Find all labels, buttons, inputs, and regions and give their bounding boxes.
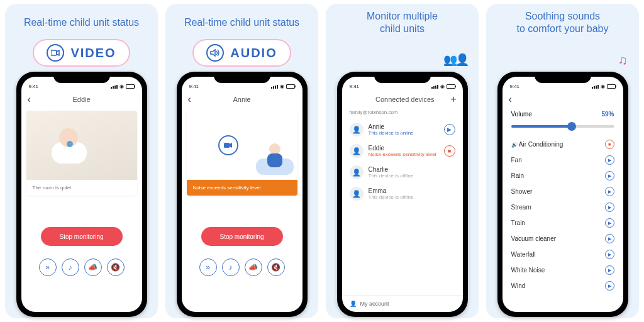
status-time: 9:41 — [29, 84, 39, 89]
svg-rect-1 — [224, 143, 230, 148]
device-row[interactable]: 👤CharlieThis device is offline — [342, 162, 463, 183]
play-icon[interactable]: ▶ — [605, 265, 614, 275]
stop-monitoring-button[interactable]: Stop monitoring — [201, 227, 283, 246]
status-time: 9:41 — [189, 84, 199, 89]
camera-icon — [47, 44, 64, 62]
audio-preview[interactable]: Noise exceeds sensitivity level — [187, 111, 297, 196]
avatar-icon: 👤 — [350, 165, 364, 179]
device-status: This device is offline — [369, 173, 455, 179]
promo-panel-devices: Monitor multiple child units 👥👤 9:41◉ Co… — [326, 4, 479, 318]
panel-title: Monitor multiple child units — [367, 10, 438, 35]
sound-row[interactable]: Stream▶ — [502, 199, 623, 215]
signal-icon — [111, 85, 118, 89]
sound-row[interactable]: White Noise▶ — [502, 262, 623, 278]
sound-name: Fan — [511, 157, 522, 164]
promo-panel-video: Real-time child unit status VIDEO 9:41 ◉… — [5, 4, 158, 318]
mute-icon[interactable]: 🔇 — [267, 258, 285, 276]
sound-name: Shower — [511, 188, 533, 195]
device-row[interactable]: 👤EddieNoise exceeds sensitivity level■ — [342, 140, 463, 162]
play-icon[interactable]: ▶ — [605, 281, 614, 291]
sound-row[interactable]: Air Conditioning■ — [502, 136, 623, 152]
device-name: Charlie — [369, 166, 455, 173]
promo-panel-audio: Real-time child unit status AUDIO 9:41 ◉… — [165, 4, 318, 318]
person-icon: 👤 — [350, 301, 357, 307]
device-name: Annie — [369, 123, 439, 130]
speaker-icon — [206, 44, 224, 62]
music-notes-icon: ♫ — [618, 53, 628, 67]
music-note-icon[interactable]: ♪ — [62, 258, 79, 276]
play-icon[interactable]: ▶ — [444, 124, 455, 135]
back-button[interactable]: ‹ — [188, 94, 199, 105]
mute-icon[interactable]: 🔇 — [107, 258, 125, 276]
sound-name: Air Conditioning — [511, 141, 564, 148]
sound-name: Rain — [511, 172, 525, 179]
sound-name: Stream — [511, 204, 531, 211]
fast-forward-icon[interactable]: » — [199, 258, 217, 276]
panel-title: Real-time child unit status — [24, 10, 139, 35]
play-icon[interactable]: ▶ — [605, 250, 614, 259]
device-status: This device is offline — [369, 194, 455, 200]
sound-row[interactable]: Vacuum cleaner▶ — [502, 231, 623, 247]
switch-to-video-icon[interactable] — [218, 135, 238, 155]
volume-label: Volume — [511, 111, 532, 118]
sound-row[interactable]: Shower▶ — [502, 184, 623, 199]
mode-pill-label: VIDEO — [70, 46, 116, 60]
avatar-icon: 👤 — [350, 144, 364, 158]
play-icon[interactable]: ▶ — [605, 203, 614, 212]
stop-monitoring-button[interactable]: Stop monitoring — [41, 227, 123, 246]
device-status: This device is online — [369, 130, 439, 136]
sound-row[interactable]: Waterfall▶ — [502, 247, 623, 262]
device-row[interactable]: 👤EmmaThis device is offline — [342, 183, 463, 204]
play-icon[interactable]: ▶ — [605, 155, 614, 165]
phone-mockup: 9:41 ◉ ‹ Eddie The room is quiet Stop mo… — [16, 72, 147, 317]
promo-panel-sounds: Soothing sounds to comfort your baby ♫ 9… — [486, 4, 639, 318]
mode-pill-video: VIDEO — [33, 39, 130, 67]
page-title: Connected devices — [360, 96, 451, 103]
phone-mockup: 9:41◉ ‹ Volume 59% Air Conditioning■Fan▶… — [497, 72, 628, 317]
panel-title: Real-time child unit status — [184, 10, 299, 35]
child-name: Annie — [199, 96, 285, 103]
video-preview[interactable]: The room is quiet — [26, 111, 137, 196]
sound-name: Train — [511, 219, 525, 226]
mode-pill-label: AUDIO — [230, 46, 277, 60]
megaphone-icon[interactable]: 📣 — [84, 258, 102, 276]
play-icon[interactable]: ▶ — [605, 234, 614, 243]
my-account-button[interactable]: 👤 My account — [342, 295, 463, 312]
sound-name: Vacuum cleaner — [511, 235, 557, 242]
sound-row[interactable]: Train▶ — [502, 215, 623, 231]
stop-icon[interactable]: ■ — [605, 140, 614, 149]
fast-forward-icon[interactable]: » — [39, 258, 57, 276]
volume-slider[interactable] — [511, 125, 614, 128]
phone-mockup: 9:41◉ Connected devices + family@robinso… — [337, 72, 468, 317]
sound-name: Wind — [511, 282, 526, 289]
avatar-icon: 👤 — [350, 187, 364, 201]
people-icon: 👥👤 — [443, 53, 467, 67]
back-button[interactable]: ‹ — [509, 94, 520, 105]
device-status: Noise exceeds sensitivity level — [369, 152, 439, 157]
back-button[interactable]: ‹ — [28, 94, 39, 105]
panel-title: Soothing sounds to comfort your baby — [517, 10, 609, 35]
device-row[interactable]: 👤AnnieThis device is online▶ — [342, 119, 463, 140]
device-name: Emma — [369, 187, 455, 194]
device-name: Eddie — [369, 145, 439, 152]
music-note-icon[interactable]: ♪ — [222, 258, 240, 276]
my-account-label: My account — [360, 301, 389, 307]
sound-row[interactable]: Fan▶ — [502, 152, 623, 168]
play-icon[interactable]: ▶ — [605, 171, 614, 180]
play-icon[interactable]: ▶ — [605, 218, 614, 228]
mode-pill-audio: AUDIO — [192, 39, 291, 67]
volume-percent: 59% — [601, 111, 614, 118]
megaphone-icon[interactable]: 📣 — [245, 258, 262, 276]
room-status-caption: Noise exceeds sensitivity level — [187, 180, 297, 196]
sound-row[interactable]: Wind▶ — [502, 278, 623, 294]
battery-icon — [126, 84, 135, 89]
sound-name: White Noise — [511, 267, 545, 274]
record-icon[interactable]: ■ — [444, 145, 455, 157]
play-icon[interactable]: ▶ — [605, 187, 614, 196]
avatar-icon: 👤 — [350, 123, 364, 136]
sound-row[interactable]: Rain▶ — [502, 168, 623, 184]
wifi-icon: ◉ — [119, 84, 124, 89]
add-device-button[interactable]: + — [450, 94, 456, 105]
child-name: Eddie — [39, 96, 125, 103]
sound-name: Waterfall — [511, 251, 536, 258]
